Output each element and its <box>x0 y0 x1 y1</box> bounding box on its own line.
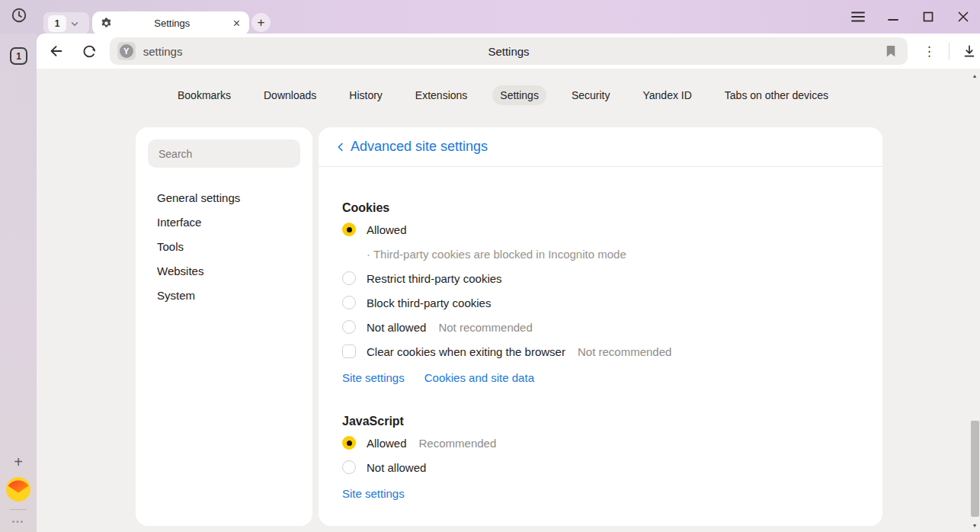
radio-selected-icon[interactable] <box>342 436 356 450</box>
option-label: Allowed <box>367 223 407 236</box>
minimize-icon[interactable] <box>886 9 901 24</box>
cookies-option-restrict[interactable]: Restrict third-party cookies <box>342 266 859 290</box>
nav-tab-history[interactable]: History <box>341 85 390 105</box>
radio-unselected-icon[interactable] <box>342 271 356 285</box>
cookies-allowed-note: · Third-party cookies are blocked in Inc… <box>342 242 859 266</box>
sidebar-divider <box>10 509 27 510</box>
sidebar-item-tools[interactable]: Tools <box>136 235 312 259</box>
window-titlebar: 1 Settings × + <box>0 0 980 34</box>
cookies-option-not-allowed[interactable]: Not allowed Not recommended <box>342 315 859 339</box>
javascript-section-title: JavaScript <box>342 412 859 431</box>
scroll-down-icon[interactable]: ▼ <box>969 520 980 530</box>
chevron-left-icon <box>334 140 347 154</box>
back-icon[interactable] <box>46 40 67 62</box>
chevron-down-icon[interactable] <box>69 18 80 29</box>
nav-tab-extensions[interactable]: Extensions <box>408 85 475 105</box>
sidebar-item-general-settings[interactable]: General settings <box>136 186 312 210</box>
close-tab-icon[interactable]: × <box>232 18 242 30</box>
reload-icon[interactable] <box>79 40 101 62</box>
nav-tab-security[interactable]: Security <box>564 85 618 105</box>
sidebar-item-websites[interactable]: Websites <box>136 259 312 284</box>
option-label: Not allowed <box>367 321 426 334</box>
maximize-icon[interactable] <box>921 9 936 24</box>
cookies-option-block[interactable]: Block third-party cookies <box>342 290 859 315</box>
javascript-links: Site settings <box>342 481 859 505</box>
browser-tab-settings[interactable]: Settings × <box>92 11 249 35</box>
address-bar[interactable]: Y settings Settings <box>110 37 908 65</box>
new-tab-button[interactable]: + <box>251 13 271 32</box>
page-favicon: Y <box>117 42 136 60</box>
sidebar-item-system[interactable]: System <box>136 284 312 308</box>
settings-menu: General settings Interface Tools Website… <box>136 186 312 308</box>
cookies-and-site-data-link[interactable]: Cookies and site data <box>424 371 534 384</box>
settings-main-panel: Advanced site settings Cookies Allowed ·… <box>319 127 882 526</box>
downloads-icon[interactable] <box>959 40 980 62</box>
kebab-menu-icon[interactable]: ⋮ <box>918 40 940 62</box>
tab-group-count-badge[interactable]: 1 <box>48 15 66 32</box>
option-label: Restrict third-party cookies <box>367 272 502 285</box>
checkbox-unchecked-icon[interactable] <box>342 345 356 358</box>
option-label: Block third-party cookies <box>367 296 491 309</box>
search-input[interactable] <box>148 139 300 168</box>
sidebar-more-icon[interactable]: ••• <box>12 518 25 526</box>
omnibox-page-title: Settings <box>110 45 908 58</box>
history-clock-icon[interactable] <box>10 6 28 24</box>
browser-window: 1 Settings × + <box>0 0 980 532</box>
scrollbar-thumb[interactable] <box>971 421 979 517</box>
nav-tab-downloads[interactable]: Downloads <box>256 85 324 105</box>
option-label: Allowed <box>367 437 407 450</box>
cookies-links: Site settings Cookies and site data <box>342 365 859 389</box>
radio-unselected-icon[interactable] <box>342 460 356 474</box>
cookies-section-title: Cookies <box>342 199 859 217</box>
option-hint: Not recommended <box>438 321 532 334</box>
option-hint: Recommended <box>419 437 497 450</box>
toolbar-divider <box>949 43 950 59</box>
page-title[interactable]: Advanced site settings <box>351 139 488 155</box>
nav-tab-settings[interactable]: Settings <box>492 85 546 105</box>
sidebar-tab-counter[interactable]: 1 <box>10 47 27 65</box>
url-text[interactable]: settings <box>143 45 183 58</box>
sidebar-add-icon[interactable]: + <box>14 454 23 470</box>
javascript-option-not-allowed[interactable]: Not allowed <box>342 455 859 479</box>
option-label: Clear cookies when exiting the browser <box>367 345 565 358</box>
browser-toolbar: Y settings Settings ⋮ <box>37 34 980 69</box>
option-hint: Not recommended <box>578 345 671 358</box>
tab-title: Settings <box>113 18 232 29</box>
browser-side-rail: 1 + ••• <box>0 34 37 532</box>
settings-top-nav: Bookmarks Downloads History Extensions S… <box>37 85 969 105</box>
radio-unselected-icon[interactable] <box>342 320 356 334</box>
site-settings-link[interactable]: Site settings <box>342 487 405 500</box>
tab-group-control[interactable]: 1 <box>43 12 89 34</box>
yandex-mail-icon[interactable] <box>6 477 30 502</box>
javascript-option-allowed[interactable]: Allowed Recommended <box>342 431 859 455</box>
scroll-up-icon[interactable]: ▲ <box>969 70 980 81</box>
back-to-advanced-settings[interactable]: Advanced site settings <box>319 127 882 167</box>
nav-tab-other-devices[interactable]: Tabs on other devices <box>717 85 836 105</box>
cookies-clear-on-exit[interactable]: Clear cookies when exiting the browser N… <box>342 339 859 364</box>
close-window-icon[interactable] <box>956 9 971 24</box>
bookmark-icon[interactable] <box>883 43 898 59</box>
radio-unselected-icon[interactable] <box>342 296 356 309</box>
radio-selected-icon[interactable] <box>342 223 356 236</box>
cookies-option-allowed[interactable]: Allowed <box>342 217 859 242</box>
gear-icon <box>100 17 113 30</box>
site-settings-link[interactable]: Site settings <box>342 371 405 384</box>
sidebar-item-interface[interactable]: Interface <box>136 210 312 235</box>
nav-tab-yandex-id[interactable]: Yandex ID <box>635 85 699 105</box>
nav-tab-bookmarks[interactable]: Bookmarks <box>170 85 239 105</box>
window-controls <box>850 0 971 34</box>
yandex-favicon-icon: Y <box>120 44 133 58</box>
settings-page: Bookmarks Downloads History Extensions S… <box>37 69 980 532</box>
settings-sidebar-panel: General settings Interface Tools Website… <box>136 127 312 526</box>
browser-menu-icon[interactable] <box>850 9 866 24</box>
option-label: Not allowed <box>367 461 426 474</box>
page-scrollbar[interactable]: ▲ ▼ <box>969 69 980 532</box>
